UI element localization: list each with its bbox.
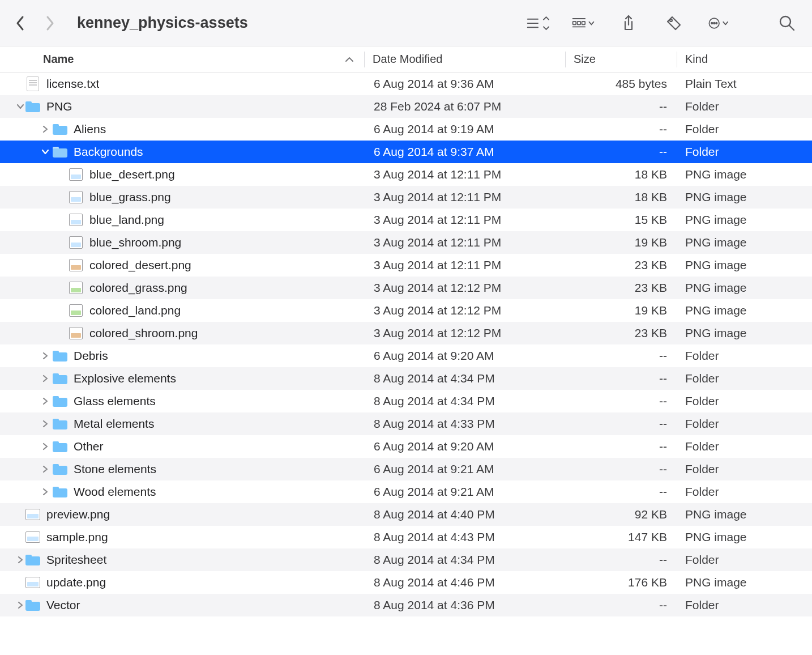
file-name: Spritesheet xyxy=(46,553,106,567)
column-header-date[interactable]: Date Modified xyxy=(365,53,565,66)
folder-icon xyxy=(25,99,41,114)
disclosure-triangle-icon[interactable] xyxy=(40,488,51,496)
name-cell: Debris xyxy=(25,348,366,364)
file-name: update.png xyxy=(46,576,106,589)
name-cell: blue_shroom.png xyxy=(25,235,366,250)
file-row[interactable]: PNG28 Feb 2024 at 6:07 PM--Folder xyxy=(0,95,812,118)
file-row[interactable]: Debris6 Aug 2014 at 9:20 AM--Folder xyxy=(0,344,812,367)
folder-icon xyxy=(52,371,68,386)
svg-rect-35 xyxy=(53,488,67,497)
date-modified: 8 Aug 2014 at 4:34 PM xyxy=(366,394,566,408)
file-name: colored_land.png xyxy=(89,304,181,317)
file-row[interactable]: Aliens6 Aug 2014 at 9:19 AM--Folder xyxy=(0,118,812,141)
date-modified: 8 Aug 2014 at 4:40 PM xyxy=(366,508,566,521)
disclosure-triangle-icon[interactable] xyxy=(40,465,51,473)
folder-icon xyxy=(52,416,68,432)
file-row[interactable]: Vector8 Aug 2014 at 4:36 PM--Folder xyxy=(0,594,812,616)
folder-icon xyxy=(52,484,68,500)
file-size: -- xyxy=(566,394,677,408)
file-row[interactable]: Spritesheet8 Aug 2014 at 4:34 PM--Folder xyxy=(0,548,812,571)
name-cell: PNG xyxy=(25,99,366,114)
column-header-name-label: Name xyxy=(43,53,74,66)
file-row[interactable]: Wood elements6 Aug 2014 at 9:21 AM--Fold… xyxy=(0,480,812,503)
file-name: colored_grass.png xyxy=(89,281,187,295)
disclosure-triangle-icon[interactable] xyxy=(40,375,51,382)
disclosure-triangle-icon[interactable] xyxy=(40,397,51,405)
file-size: 485 bytes xyxy=(566,77,677,91)
row-gutter xyxy=(0,555,25,564)
file-kind: Folder xyxy=(677,100,812,113)
file-row[interactable]: colored_shroom.png3 Aug 2014 at 12:12 PM… xyxy=(0,322,812,344)
image-thumbnail-icon xyxy=(68,325,84,341)
disclosure-triangle-icon[interactable] xyxy=(40,352,51,360)
sort-indicator-icon xyxy=(345,53,354,66)
name-cell: blue_grass.png xyxy=(25,189,366,205)
folder-icon xyxy=(52,393,68,409)
file-row[interactable]: Explosive elements8 Aug 2014 at 4:34 PM-… xyxy=(0,367,812,390)
name-cell: Other xyxy=(25,439,366,454)
svg-rect-33 xyxy=(53,466,67,475)
file-row[interactable]: Other6 Aug 2014 at 9:20 AM--Folder xyxy=(0,435,812,458)
row-gutter xyxy=(0,102,25,111)
date-modified: 3 Aug 2014 at 12:11 PM xyxy=(366,258,566,272)
disclosure-triangle-icon[interactable] xyxy=(40,148,51,156)
group-by-button[interactable] xyxy=(572,12,595,35)
file-row[interactable]: blue_grass.png3 Aug 2014 at 12:11 PM18 K… xyxy=(0,186,812,209)
date-modified: 6 Aug 2014 at 9:21 AM xyxy=(366,485,566,499)
disclosure-triangle-icon[interactable] xyxy=(16,555,25,564)
disclosure-triangle-icon[interactable] xyxy=(40,443,51,450)
column-header-size[interactable]: Size xyxy=(566,53,677,66)
file-row[interactable]: Metal elements8 Aug 2014 at 4:33 PM--Fol… xyxy=(0,412,812,435)
date-modified: 3 Aug 2014 at 12:11 PM xyxy=(366,190,566,204)
back-button[interactable] xyxy=(14,16,27,30)
date-modified: 6 Aug 2014 at 9:37 AM xyxy=(366,145,566,159)
view-list-button[interactable] xyxy=(527,12,549,35)
file-row[interactable]: colored_grass.png3 Aug 2014 at 12:12 PM2… xyxy=(0,277,812,299)
file-kind: PNG image xyxy=(677,281,812,295)
file-row[interactable]: blue_desert.png3 Aug 2014 at 12:11 PM18 … xyxy=(0,163,812,186)
file-size: -- xyxy=(566,349,677,363)
disclosure-triangle-icon[interactable] xyxy=(16,601,25,610)
file-name: preview.png xyxy=(46,508,110,521)
file-row[interactable]: Stone elements6 Aug 2014 at 9:21 AM--Fol… xyxy=(0,458,812,480)
name-cell: Metal elements xyxy=(25,416,366,432)
file-size: -- xyxy=(566,145,677,159)
date-modified: 8 Aug 2014 at 4:43 PM xyxy=(366,530,566,544)
file-row[interactable]: blue_shroom.png3 Aug 2014 at 12:11 PM19 … xyxy=(0,231,812,254)
more-actions-button[interactable] xyxy=(708,12,730,35)
disclosure-triangle-icon[interactable] xyxy=(16,102,25,111)
folder-icon xyxy=(52,348,68,364)
column-header-kind[interactable]: Kind xyxy=(677,53,812,66)
column-header-row: Name Date Modified Size Kind xyxy=(0,46,812,73)
name-cell: blue_land.png xyxy=(25,212,366,228)
disclosure-triangle-icon[interactable] xyxy=(40,420,51,428)
file-row[interactable]: sample.png8 Aug 2014 at 4:43 PM147 KBPNG… xyxy=(0,526,812,548)
file-row[interactable]: blue_land.png3 Aug 2014 at 12:11 PM15 KB… xyxy=(0,209,812,231)
column-header-name[interactable]: Name xyxy=(43,53,364,66)
file-name: Vector xyxy=(46,598,80,612)
file-row[interactable]: preview.png8 Aug 2014 at 4:40 PM92 KBPNG… xyxy=(0,503,812,526)
forward-button[interactable] xyxy=(43,16,57,30)
folder-icon xyxy=(52,121,68,137)
file-name: Explosive elements xyxy=(74,372,176,385)
date-modified: 3 Aug 2014 at 12:11 PM xyxy=(366,236,566,249)
name-cell: Explosive elements xyxy=(25,371,366,386)
file-row[interactable]: colored_land.png3 Aug 2014 at 12:12 PM19… xyxy=(0,299,812,322)
file-row[interactable]: license.txt6 Aug 2014 at 9:36 AM485 byte… xyxy=(0,73,812,95)
name-cell: colored_land.png xyxy=(25,303,366,318)
file-size: -- xyxy=(566,462,677,476)
file-row[interactable]: Backgrounds6 Aug 2014 at 9:37 AM--Folder xyxy=(0,141,812,163)
tags-button[interactable] xyxy=(663,12,685,35)
share-button[interactable] xyxy=(617,12,640,35)
file-row[interactable]: Glass elements8 Aug 2014 at 4:34 PM--Fol… xyxy=(0,390,812,412)
file-size: 23 KB xyxy=(566,281,677,295)
file-row[interactable]: colored_desert.png3 Aug 2014 at 12:11 PM… xyxy=(0,254,812,277)
date-modified: 6 Aug 2014 at 9:19 AM xyxy=(366,122,566,136)
disclosure-triangle-icon[interactable] xyxy=(40,125,51,133)
file-size: 23 KB xyxy=(566,326,677,340)
file-size: 18 KB xyxy=(566,168,677,181)
file-row[interactable]: update.png8 Aug 2014 at 4:46 PM176 KBPNG… xyxy=(0,571,812,594)
file-size: -- xyxy=(566,417,677,431)
file-size: 23 KB xyxy=(566,258,677,272)
search-button[interactable] xyxy=(776,12,798,35)
